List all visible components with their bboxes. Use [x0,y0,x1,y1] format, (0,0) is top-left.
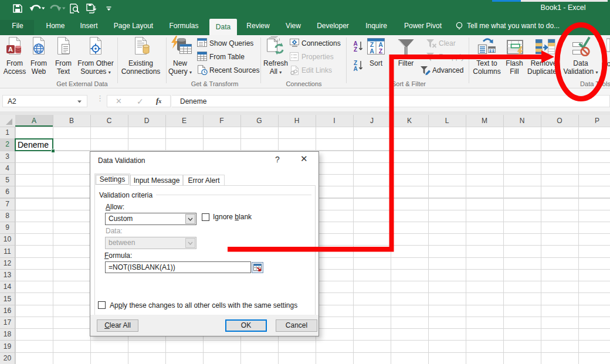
svg-text:Z: Z [354,46,357,52]
svg-text:A: A [370,47,374,55]
svg-text:Z: Z [379,47,383,55]
svg-text:A: A [8,46,13,53]
